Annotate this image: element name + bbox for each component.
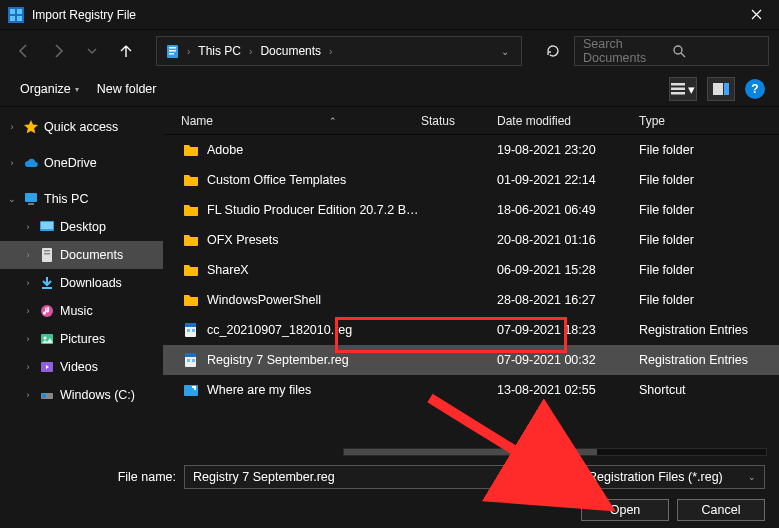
file-date: 19-08-2021 23:20 <box>497 143 639 157</box>
back-button[interactable] <box>10 37 38 65</box>
file-row[interactable]: cc_20210907_182010.reg07-09-2021 18:23Re… <box>163 315 779 345</box>
chevron-down-icon[interactable]: ⌄ <box>554 472 562 482</box>
forward-button[interactable] <box>44 37 72 65</box>
address-dropdown[interactable]: ⌄ <box>493 42 517 61</box>
file-date: 07-09-2021 00:32 <box>497 353 639 367</box>
file-type: File folder <box>639 203 779 217</box>
sort-asc-icon: ⌃ <box>329 116 337 126</box>
file-name: Registry 7 September.reg <box>207 353 421 367</box>
file-row[interactable]: WindowsPowerShell28-08-2021 16:27File fo… <box>163 285 779 315</box>
horizontal-scrollbar[interactable] <box>343 448 767 456</box>
open-button[interactable]: Open <box>581 499 669 521</box>
sidebar-item-pictures[interactable]: › Pictures <box>0 325 163 353</box>
file-name: OFX Presets <box>207 233 421 247</box>
file-type: Shortcut <box>639 383 779 397</box>
file-type: File folder <box>639 263 779 277</box>
help-button[interactable]: ? <box>745 79 765 99</box>
file-row[interactable]: OFX Presets20-08-2021 01:16File folder <box>163 225 779 255</box>
sidebar-item-onedrive[interactable]: › OneDrive <box>0 149 163 177</box>
up-button[interactable] <box>112 37 140 65</box>
sidebar-item-thispc[interactable]: ⌄ This PC <box>0 185 163 213</box>
close-button[interactable] <box>734 0 779 30</box>
svg-rect-30 <box>185 323 196 327</box>
column-status[interactable]: Status <box>421 114 497 128</box>
chevron-right-icon: › <box>249 46 252 57</box>
svg-point-9 <box>674 46 682 54</box>
file-row[interactable]: Adobe19-08-2021 23:20File folder <box>163 135 779 165</box>
file-type: File folder <box>639 173 779 187</box>
column-headers[interactable]: Name⌃ Status Date modified Type <box>163 107 779 135</box>
chevron-right-icon: › <box>329 46 332 57</box>
new-folder-button[interactable]: New folder <box>91 78 163 100</box>
sidebar-item-videos[interactable]: › Videos <box>0 353 163 381</box>
cancel-button[interactable]: Cancel <box>677 499 765 521</box>
column-name[interactable]: Name <box>181 114 213 128</box>
svg-rect-10 <box>671 83 685 86</box>
svg-rect-8 <box>169 53 174 55</box>
address-bar[interactable]: › This PC › Documents › ⌄ <box>156 36 522 66</box>
folder-icon <box>181 260 201 280</box>
file-name: Custom Office Templates <box>207 173 421 187</box>
search-field[interactable]: Search Documents <box>574 36 769 66</box>
sidebar-item-desktop[interactable]: › Desktop <box>0 213 163 241</box>
svg-rect-3 <box>10 16 15 21</box>
sidebar-item-windows-c[interactable]: › Windows (C:) <box>0 381 163 409</box>
shortcut-icon <box>181 380 201 400</box>
folder-icon <box>181 290 201 310</box>
sidebar-item-downloads[interactable]: › Downloads <box>0 269 163 297</box>
svg-rect-1 <box>10 9 15 14</box>
recent-dropdown[interactable] <box>78 37 106 65</box>
organize-menu[interactable]: Organize▾ <box>14 78 85 100</box>
file-row[interactable]: Where are my files13-08-2021 02:55Shortc… <box>163 375 779 405</box>
svg-rect-7 <box>169 50 176 52</box>
refresh-button[interactable] <box>538 43 568 59</box>
file-date: 13-08-2021 02:55 <box>497 383 639 397</box>
svg-rect-32 <box>192 329 195 332</box>
chevron-right-icon: › <box>187 46 190 57</box>
file-row[interactable]: Custom Office Templates01-09-2021 22:14F… <box>163 165 779 195</box>
file-type: File folder <box>639 143 779 157</box>
star-icon <box>22 118 40 136</box>
file-name: WindowsPowerShell <box>207 293 421 307</box>
folder-icon <box>181 200 201 220</box>
filename-label: File name: <box>0 470 176 484</box>
chevron-down-icon: ⌄ <box>6 194 18 204</box>
svg-rect-21 <box>44 253 50 255</box>
file-date: 01-09-2021 22:14 <box>497 173 639 187</box>
svg-rect-15 <box>25 193 37 202</box>
breadcrumb-thispc[interactable]: This PC <box>192 40 247 62</box>
file-type-filter[interactable]: Registration Files (*.reg) ⌄ <box>579 465 765 489</box>
command-bar: Organize▾ New folder ▾ ? <box>0 72 779 106</box>
file-type: Registration Entries <box>639 353 779 367</box>
sidebar-item-documents[interactable]: › Documents <box>0 241 163 269</box>
file-row[interactable]: FL Studio Producer Edition 20.7.2 Build … <box>163 195 779 225</box>
file-date: 07-09-2021 18:23 <box>497 323 639 337</box>
svg-rect-22 <box>42 287 52 289</box>
column-date[interactable]: Date modified <box>497 114 639 128</box>
svg-rect-12 <box>671 92 685 95</box>
documents-icon <box>38 246 56 264</box>
filename-input[interactable]: Registry 7 September.reg ⌄ <box>184 465 571 489</box>
preview-pane-button[interactable] <box>707 77 735 101</box>
column-type[interactable]: Type <box>639 114 779 128</box>
file-type: File folder <box>639 293 779 307</box>
view-list-button[interactable]: ▾ <box>669 77 697 101</box>
svg-rect-34 <box>185 353 196 357</box>
videos-icon <box>38 358 56 376</box>
file-date: 28-08-2021 16:27 <box>497 293 639 307</box>
file-list: Name⌃ Status Date modified Type Adobe19-… <box>163 107 779 458</box>
sidebar-item-music[interactable]: › Music <box>0 297 163 325</box>
regfile-icon <box>181 350 201 370</box>
svg-rect-13 <box>713 83 723 95</box>
breadcrumb-documents[interactable]: Documents <box>254 40 327 62</box>
chevron-down-icon: ⌄ <box>748 472 756 482</box>
pc-icon <box>22 190 40 208</box>
sidebar-item-quick-access[interactable]: › Quick access <box>0 113 163 141</box>
file-row[interactable]: ShareX06-09-2021 15:28File folder <box>163 255 779 285</box>
folder-icon <box>181 140 201 160</box>
file-name: Adobe <box>207 143 421 157</box>
dialog-footer: File name: Registry 7 September.reg ⌄ Re… <box>0 458 779 528</box>
search-placeholder: Search Documents <box>583 37 672 65</box>
file-row[interactable]: Registry 7 September.reg07-09-2021 00:32… <box>163 345 779 375</box>
svg-rect-36 <box>192 359 195 362</box>
